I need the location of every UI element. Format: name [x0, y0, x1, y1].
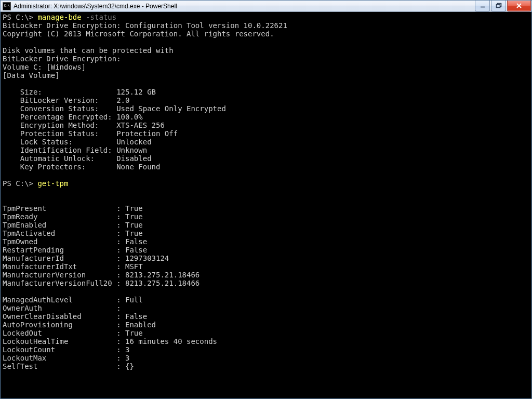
command: manage-bde — [37, 13, 81, 21]
command-arg: -status — [82, 13, 116, 21]
titlebar[interactable]: Administrator: X:\windows\System32\cmd.e… — [1, 1, 531, 12]
cmd-icon — [3, 2, 11, 10]
terminal-line: TpmOwned : False — [3, 237, 530, 246]
terminal-line: [Data Volume] — [3, 71, 530, 79]
terminal-line: Encryption Method:XTS-AES 256 — [3, 121, 530, 129]
maximize-button[interactable] — [491, 1, 506, 11]
terminal-line: BitLocker Drive Encryption: Configuratio… — [3, 21, 530, 30]
terminal-line: Automatic Unlock:Disabled — [3, 154, 530, 163]
terminal-line — [3, 188, 530, 196]
terminal-line: ManufacturerVersion : 8213.275.21.18466 — [3, 271, 530, 279]
ps-prompt: PS C:\> — [3, 179, 37, 188]
terminal-line: Size:125.12 GB — [3, 88, 530, 96]
command: get-tpm — [37, 179, 68, 188]
window-controls — [474, 1, 531, 11]
close-icon — [515, 3, 523, 9]
minimize-icon — [480, 3, 486, 9]
terminal-line: Disk volumes that can be protected with — [3, 46, 530, 55]
terminal-line: RestartPending : False — [3, 246, 530, 254]
terminal-line: LockoutHealTime : 16 minutes 40 seconds — [3, 337, 530, 345]
terminal-line: ManufacturerIdTxt : MSFT — [3, 262, 530, 271]
terminal-line: ManufacturerVersionFull20 : 8213.275.21.… — [3, 279, 530, 287]
maximize-icon — [496, 3, 502, 9]
minimize-button[interactable] — [475, 1, 490, 11]
terminal-line: Key Protectors:None Found — [3, 163, 530, 171]
terminal-line — [3, 171, 530, 179]
terminal-line: AutoProvisioning : Enabled — [3, 321, 530, 329]
terminal-line: SelfTest : {} — [3, 362, 530, 370]
terminal-line: PS C:\> manage-bde -status — [3, 13, 530, 21]
window-title: Administrator: X:\windows\System32\cmd.e… — [14, 3, 177, 10]
terminal-line: ManagedAuthLevel : Full — [3, 296, 530, 304]
terminal-line: TpmEnabled : True — [3, 221, 530, 229]
terminal-line: ManufacturerId : 1297303124 — [3, 254, 530, 262]
terminal-line: PS C:\> get-tpm — [3, 179, 530, 188]
terminal-line: OwnerAuth : — [3, 304, 530, 312]
terminal-line: BitLocker Version:2.0 — [3, 96, 530, 104]
close-button[interactable] — [507, 1, 531, 11]
terminal-line — [3, 79, 530, 88]
terminal-line: Conversion Status:Used Space Only Encryp… — [3, 104, 530, 113]
svg-rect-0 — [496, 5, 500, 8]
terminal-line: LockoutCount : 3 — [3, 345, 530, 354]
terminal-line: OwnerClearDisabled : False — [3, 312, 530, 321]
terminal-line: TpmReady : True — [3, 212, 530, 221]
ps-prompt: PS C:\> — [3, 13, 37, 21]
terminal-line: LockoutMax : 3 — [3, 354, 530, 362]
terminal-line — [3, 38, 530, 46]
terminal-line: Volume C: [Windows] — [3, 63, 530, 71]
terminal-line: TpmActivated : True — [3, 229, 530, 237]
terminal-line — [3, 287, 530, 296]
console-window: Administrator: X:\windows\System32\cmd.e… — [0, 0, 532, 399]
terminal-line: Copyright (C) 2013 Microsoft Corporation… — [3, 30, 530, 38]
terminal-line: Lock Status:Unlocked — [3, 138, 530, 146]
terminal-line: Identification Field:Unknown — [3, 146, 530, 154]
terminal-line: Percentage Encrypted:100.0% — [3, 113, 530, 121]
terminal-line: LockedOut : True — [3, 329, 530, 337]
terminal-line: BitLocker Drive Encryption: — [3, 55, 530, 63]
terminal-line: Protection Status:Protection Off — [3, 129, 530, 138]
terminal-line — [3, 196, 530, 204]
terminal-output[interactable]: PS C:\> manage-bde -statusBitLocker Driv… — [1, 12, 531, 398]
terminal-line: TpmPresent : True — [3, 204, 530, 212]
